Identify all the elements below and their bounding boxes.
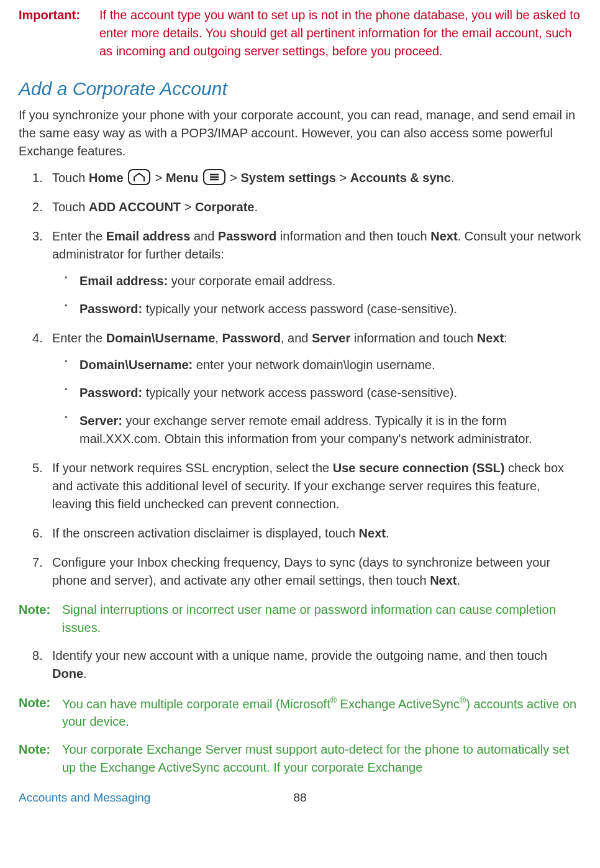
step1-touch: Touch — [52, 171, 89, 185]
step3-sublist: Email address: your corporate email addr… — [52, 272, 581, 318]
step5-ssl: Use secure connection (SSL) — [333, 461, 505, 475]
step-5: If your network requires SSL encryption,… — [19, 459, 581, 513]
note3-text: Your corporate Exchange Server must supp… — [62, 741, 581, 777]
step4-domuser: Domain\Username — [106, 331, 216, 345]
step-7: Configure your Inbox checking frequency,… — [19, 554, 581, 590]
note2-r2: ® — [460, 695, 466, 705]
step-4: Enter the Domain\Username, Password, and… — [19, 329, 581, 448]
step3-sub-email: Email address: your corporate email addr… — [52, 272, 581, 290]
step7-a: Configure your Inbox checking frequency,… — [52, 555, 550, 587]
step6-b: . — [386, 526, 389, 540]
step5-a: If your network requires SSL encryption,… — [52, 461, 333, 475]
step1-gt1: > — [155, 171, 166, 185]
step2-touch: Touch — [52, 200, 89, 214]
step1-menu: Menu — [166, 171, 198, 185]
step2-corp: Corporate — [195, 200, 255, 214]
step1-acct: Accounts & sync — [350, 171, 451, 185]
step4-next: Next — [477, 331, 504, 345]
footer-section: Accounts and Messaging — [19, 789, 150, 806]
step4-sub-du: Domain\Username: enter your network doma… — [52, 356, 581, 374]
note2-label: Note: — [19, 694, 62, 731]
intro-paragraph: If you synchronize your phone with your … — [19, 106, 581, 160]
step3-sub-email-txt: your corporate email address. — [168, 274, 335, 288]
note1-label: Note: — [19, 601, 62, 637]
step7-b: . — [457, 573, 461, 587]
step3-b: information and then touch — [276, 229, 430, 243]
step4-server: Server — [312, 331, 350, 345]
step-8: Identify your new account with a unique … — [19, 647, 581, 683]
note-3: Note: Your corporate Exchange Server mus… — [19, 741, 581, 777]
step7-next: Next — [430, 573, 457, 587]
step4-sub-srv-lbl: Server: — [80, 414, 122, 427]
step6-a: If the onscreen activation disclaimer is… — [52, 526, 359, 540]
step4-b: information and touch — [350, 331, 476, 345]
note2-b: Exchange ActiveSync — [337, 697, 460, 710]
home-icon — [128, 169, 150, 185]
step-2: Touch ADD ACCOUNT > Corporate. — [19, 198, 581, 216]
step2-add: ADD ACCOUNT — [89, 200, 181, 214]
step1-gt2: > — [230, 171, 240, 185]
note2-r1: ® — [330, 695, 337, 705]
step3-sub-email-lbl: Email address: — [80, 274, 168, 288]
footer-page-number: 88 — [293, 789, 306, 806]
step4-sub-srv-txt: your exchange server remote email addres… — [80, 414, 532, 445]
step4-sub-pwd: Password: typically your network access … — [52, 384, 581, 402]
menu-icon — [203, 169, 225, 185]
step4-a: Enter the — [52, 331, 106, 345]
important-callout: Important: If the account type you want … — [19, 6, 581, 60]
step4-sub-du-lbl: Domain\Username: — [80, 358, 193, 372]
step-6: If the onscreen activation disclaimer is… — [19, 524, 581, 542]
note2-a: You can have multiple corporate email (M… — [62, 697, 330, 710]
step4-pwd: Password — [222, 331, 280, 345]
step1-gt3: > — [336, 171, 350, 185]
step4-sub-srv: Server: your exchange server remote emai… — [52, 412, 581, 448]
step3-sub-pwd: Password: typically your network access … — [52, 300, 581, 318]
section-heading: Add a Corporate Account — [19, 75, 581, 103]
step3-sub-pwd-lbl: Password: — [80, 302, 142, 316]
page-footer: Accounts and Messaging 88 — [19, 789, 581, 806]
step3-next: Next — [430, 229, 457, 243]
step3-a: Enter the — [52, 229, 106, 243]
steps-list-cont: Identify your new account with a unique … — [19, 647, 581, 683]
step4-sub-pwd-lbl: Password: — [80, 386, 142, 400]
step-1: Touch Home > Menu > System settings > Ac… — [19, 169, 581, 187]
note3-label: Note: — [19, 741, 62, 777]
step3-email: Email address — [106, 229, 191, 243]
step3-and: and — [190, 229, 217, 243]
step8-done: Done — [52, 667, 83, 680]
step4-sub-du-txt: enter your network domain\login username… — [193, 358, 435, 372]
step1-home: Home — [89, 171, 124, 185]
note-1: Note: Signal interruptions or incorrect … — [19, 601, 581, 637]
important-label: Important: — [19, 6, 99, 60]
note-2: Note: You can have multiple corporate em… — [19, 694, 581, 731]
step1-end: . — [451, 171, 455, 185]
step2-gt: > — [181, 200, 195, 214]
steps-list: Touch Home > Menu > System settings > Ac… — [19, 169, 581, 590]
important-text: If the account type you want to set up i… — [99, 6, 581, 60]
step2-end: . — [254, 200, 258, 214]
step-3: Enter the Email address and Password inf… — [19, 227, 581, 318]
step3-pwd: Password — [218, 229, 276, 243]
note1-text: Signal interruptions or incorrect user n… — [62, 601, 581, 637]
step4-sub-pwd-txt: typically your network access password (… — [142, 386, 457, 400]
step4-c1: , — [215, 331, 222, 345]
note2-text: You can have multiple corporate email (M… — [62, 694, 581, 731]
step3-sub-pwd-txt: typically your network access password (… — [142, 302, 457, 316]
step8-b: . — [83, 667, 87, 680]
step1-sys: System settings — [240, 171, 335, 185]
step6-next: Next — [359, 526, 386, 540]
step4-sublist: Domain\Username: enter your network doma… — [52, 356, 581, 448]
step8-a: Identify your new account with a unique … — [52, 649, 547, 662]
step4-c2: , and — [281, 331, 312, 345]
step4-end: : — [504, 331, 507, 345]
